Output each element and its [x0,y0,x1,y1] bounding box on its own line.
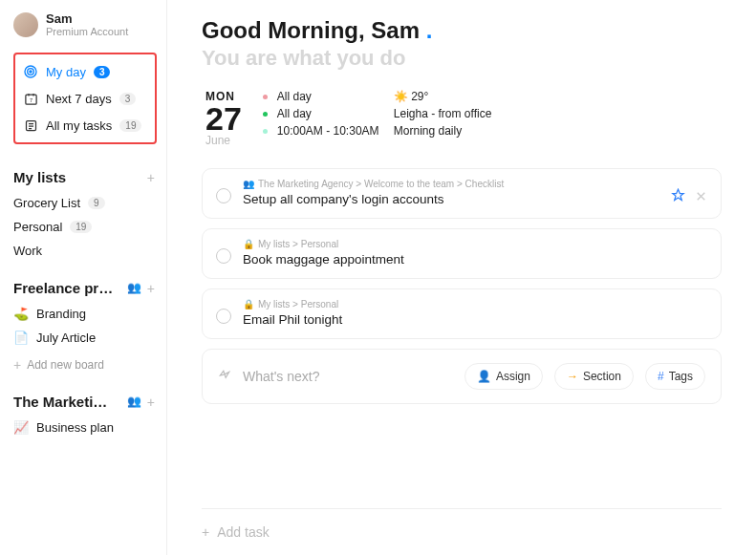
event-time: 10:00AM - 10:30AM [277,124,384,138]
task-crumb: My lists > Personal [258,239,338,249]
freelance-title: Freelance pr… [13,280,113,296]
svg-text:7: 7 [29,97,32,103]
crumb-icon: 🔒 [243,239,254,249]
board-emoji: 📈 [13,420,29,435]
whats-next-row[interactable]: What's next? 👤Assign →Section #Tags [202,349,722,404]
add-board-icon[interactable]: + [147,281,155,296]
board-label: July Article [36,331,96,345]
event-label: Leigha - from office [394,107,492,120]
plus-icon: + [13,357,21,373]
nav-next7[interactable]: 7 Next 7 days 3 [19,85,151,112]
profile-subtitle: Premium Account [46,26,128,37]
board-emoji: 📄 [13,331,29,345]
sparkle-icon [218,369,231,385]
add-task-bar[interactable]: + Add task [202,508,722,555]
tags-label: Tags [669,370,693,383]
task-title: Setup all company's login accounts [243,192,659,206]
board-item[interactable]: 📈 Business plan [13,416,166,439]
list-label: Work [13,244,42,258]
pin-icon[interactable] [671,188,685,206]
nav-my-day-count: 3 [94,66,111,78]
list-item[interactable]: Grocery List 9 [13,191,166,215]
event-row[interactable]: All day Leigha - from office [263,107,492,120]
nav-my-day-label: My day [46,65,86,79]
avatar [13,12,38,37]
list-item[interactable]: Personal 19 [13,215,166,239]
mylists-title: My lists [13,169,66,185]
add-new-board-label: Add new board [27,358,104,372]
list-item[interactable]: Work [13,239,166,263]
nav-alltasks-label: All my tasks [46,118,112,133]
task-card[interactable]: 🔒My lists > Personal Email Phil tonight [202,288,722,339]
add-board-icon[interactable]: + [147,395,155,410]
event-label: Morning daily [394,124,462,138]
board-item[interactable]: 📄 July Article [13,326,166,350]
task-title: Book maggage appointment [243,252,707,267]
board-item[interactable]: ⛳ Branding [13,302,166,326]
smart-lists-block: My day 3 7 Next 7 days 3 All my tasks 19 [13,53,157,144]
task-card[interactable]: 👥The Marketing Agency > Welcome to the t… [202,168,722,219]
dismiss-icon[interactable] [695,189,707,206]
profile[interactable]: Sam Premium Account [13,11,166,37]
greeting: Good Morning, Sam . You are what you do [202,17,722,71]
board-emoji: ⛳ [13,307,29,321]
freelance-head: Freelance pr… 👥 + [13,280,166,296]
event-dot [263,129,268,134]
nav-next7-label: Next 7 days [46,92,112,106]
assign-label: Assign [496,370,530,383]
add-list-icon[interactable]: + [147,170,155,185]
list-label: Personal [13,220,62,234]
event-row[interactable]: All day ☀️ 29° [263,90,492,103]
section-chip[interactable]: →Section [554,363,634,390]
profile-name: Sam [46,11,128,26]
task-title: Email Phil tonight [243,312,707,327]
task-crumb: The Marketing Agency > Welcome to the te… [258,179,504,189]
events: All day ☀️ 29° All day Leigha - from off… [263,90,492,138]
board-label: Branding [36,307,86,321]
assign-chip[interactable]: 👤Assign [464,363,543,390]
task-card[interactable]: 🔒My lists > Personal Book maggage appoin… [202,228,722,279]
accent-dot: . [420,17,432,43]
crumb-icon: 👥 [243,179,254,189]
tag-icon: # [658,370,664,383]
event-dot [263,95,268,99]
date-box: MON 27 June [205,90,242,147]
list-icon [23,117,38,133]
plus-icon: + [202,524,209,540]
tags-chip[interactable]: #Tags [645,363,705,390]
date-num: 27 [205,103,242,134]
add-new-board[interactable]: + Add new board [13,350,166,380]
greeting-sub: You are what you do [202,46,722,71]
nav-alltasks-count: 19 [119,119,141,132]
svg-point-2 [30,71,32,73]
event-time: All day [277,107,384,120]
assign-icon: 👤 [477,370,491,383]
task-crumb: My lists > Personal [258,299,338,310]
event-dot [263,112,268,117]
crumb-icon: 🔒 [243,299,254,310]
event-time: All day [277,90,384,103]
mylists-head: My lists + [13,169,166,185]
greeting-text: Good Morning, Sam [202,17,420,43]
task-checkbox[interactable] [216,309,231,324]
event-label: ☀️ 29° [394,90,428,103]
add-task-label: Add task [217,524,269,540]
people-icon[interactable]: 👥 [127,281,141,296]
target-icon [23,64,38,79]
nav-alltasks[interactable]: All my tasks 19 [19,112,151,139]
nav-my-day[interactable]: My day 3 [19,58,151,85]
event-row[interactable]: 10:00AM - 10:30AM Morning daily [263,124,492,138]
marketing-head: The Marketi… 👥 + [13,394,166,410]
task-checkbox[interactable] [216,248,231,264]
list-label: Grocery List [13,196,80,210]
whats-next-input[interactable]: What's next? [243,369,453,384]
people-icon[interactable]: 👥 [127,395,141,410]
calendar-7-icon: 7 [23,91,38,106]
task-checkbox[interactable] [216,188,231,203]
section-icon: → [567,370,578,383]
list-count: 9 [88,197,105,209]
main: Good Morning, Sam . You are what you do … [167,0,756,555]
date-events-row: MON 27 June All day ☀️ 29° All day Leigh… [205,90,722,147]
nav-next7-count: 3 [119,93,137,105]
board-label: Business plan [36,420,114,435]
